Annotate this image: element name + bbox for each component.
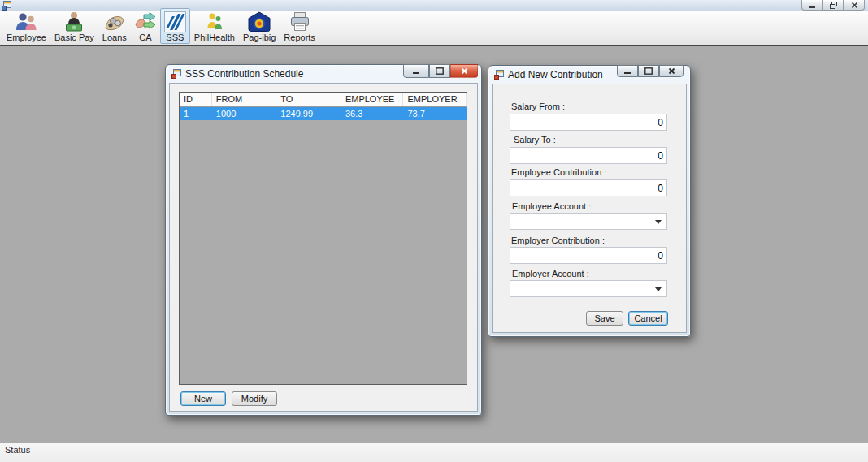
salary-to-input[interactable] [510,147,667,164]
employee-account-combobox[interactable] [510,213,667,230]
employee-contribution-label: Employee Contribution : [511,167,606,177]
toolbar-button-sss[interactable]: SSS [160,8,190,44]
sss-contribution-grid: ID FROM TO EMPLOYEE EMPLOYER 1 1000 1249… [179,92,467,385]
column-header-id[interactable]: ID [180,93,212,106]
toolbar-button-reports[interactable]: Reports [280,8,319,44]
salary-to-label: Salary To : [514,135,556,145]
save-button[interactable]: Save [586,311,623,326]
employee-account-label: Employee Account : [512,201,591,211]
loans-icon [103,11,126,32]
window-title: SSS Contribution Schedule [185,65,303,83]
column-header-employer[interactable]: EMPLOYER [403,93,467,106]
add-window-client: Salary From : Salary To : Employee Contr… [492,84,687,333]
toolbar-button-label: SSS [166,33,184,42]
window-title: Add New Contribution [508,66,603,84]
toolbar-button-basic-pay[interactable]: Basic Pay [50,8,98,44]
grid-row-selected[interactable]: 1 1000 1249.99 36.3 73.7 [180,107,467,120]
ca-icon [135,11,156,32]
maximize-button[interactable] [638,65,659,77]
philhealth-icon [204,11,225,32]
toolbar-button-ca[interactable]: CA [131,8,160,44]
modify-button[interactable]: Modify [232,391,277,406]
cell-to: 1249.99 [276,107,341,120]
toolbar-button-employee[interactable]: Employee [2,8,50,44]
basic-pay-icon [63,11,85,32]
maximize-button[interactable] [429,64,450,78]
column-header-to[interactable]: TO [276,93,341,106]
maximize-icon [436,67,444,75]
toolbar-button-label: Employee [7,33,46,42]
employer-contribution-label: Employer Contribution : [511,235,605,245]
dropdown-arrow-icon [655,287,662,291]
close-button[interactable] [844,0,865,11]
minimize-icon [623,67,631,75]
toolbar-button-label: Loans [102,33,127,42]
column-header-from[interactable]: FROM [212,93,277,106]
new-button[interactable]: New [180,391,226,406]
form-icon [171,69,181,79]
employee-icon [14,11,38,32]
employer-account-combobox[interactable] [510,280,667,297]
close-button[interactable] [450,64,478,78]
add-window-controls [617,65,684,77]
close-icon [668,67,675,75]
form-icon [494,70,504,80]
minimize-button[interactable] [617,65,638,77]
maximize-icon [644,67,653,75]
status-bar: Status [0,443,868,462]
reports-icon [289,11,311,32]
main-window-controls [801,0,865,11]
toolbar-button-loans[interactable]: Loans [98,8,131,44]
pagibig-icon [248,11,271,32]
salary-from-input[interactable] [510,114,667,131]
cell-employee: 36.3 [341,107,404,120]
employer-account-label: Employer Account : [512,269,589,278]
toolbar-button-label: Basic Pay [54,33,94,42]
minimize-button[interactable] [403,64,429,78]
sss-contribution-schedule-window: SSS Contribution Schedule ID FROM TO EMP… [165,64,482,416]
dropdown-arrow-icon [655,220,662,224]
sss-window-client: ID FROM TO EMPLOYEE EMPLOYER 1 1000 1249… [169,83,478,412]
sss-icon [164,11,186,32]
employer-contribution-input[interactable] [510,247,667,264]
cell-employer: 73.7 [403,107,467,120]
toolbar-button-label: CA [139,33,151,42]
cancel-button[interactable]: Cancel [628,311,668,326]
minimize-icon [808,2,816,9]
main-toolbar: Employee Basic Pay Loans [0,11,868,46]
toolbar-button-philhealth[interactable]: PhilHealth [190,8,239,44]
close-button[interactable] [659,65,684,77]
column-header-employee[interactable]: EMPLOYEE [341,93,404,106]
restore-button[interactable] [822,0,844,11]
close-icon [461,67,468,75]
status-text: Status [5,445,30,455]
close-icon [851,2,858,9]
sss-window-controls [403,64,478,78]
toolbar-button-label: PhilHealth [194,33,235,42]
toolbar-button-label: Reports [284,33,315,42]
salary-from-label: Salary From : [511,101,565,111]
minimize-icon [412,67,420,75]
toolbar-button-label: Pag-ibig [243,33,276,42]
cell-id: 1 [180,107,212,120]
add-new-contribution-window: Add New Contribution Salary From : Salar… [488,65,691,337]
grid-header: ID FROM TO EMPLOYEE EMPLOYER [180,93,467,107]
employee-contribution-input[interactable] [510,179,667,196]
toolbar-button-pagibig[interactable]: Pag-ibig [239,8,280,44]
restore-icon [829,2,838,9]
cell-from: 1000 [212,107,277,120]
minimize-button[interactable] [801,0,822,11]
